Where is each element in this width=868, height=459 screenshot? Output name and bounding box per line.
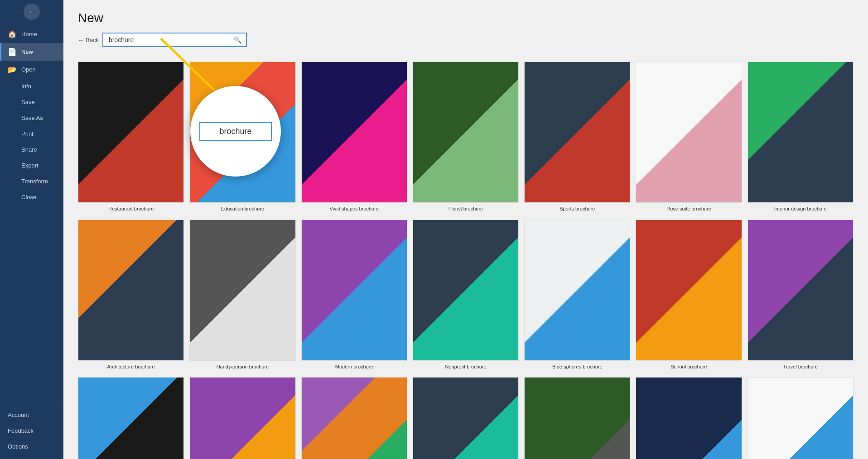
open-icon: 📂 [8,65,17,74]
template-thumb-school-brochure [636,220,742,361]
sidebar-item-label: Export [21,162,39,169]
template-item-financial-business-brochure[interactable]: Financial business brochure (... [747,377,854,459]
template-thumb-florist-brochure [413,62,519,203]
search-input[interactable] [102,33,229,47]
template-thumb-handy-person-brochure [189,220,295,361]
sidebar-item-label: Print [21,130,34,137]
sidebar-item-print[interactable]: Print [0,126,63,142]
template-label-rose-suite-brochure: Rose suite brochure [666,206,711,212]
sidebar-item-save[interactable]: Save [0,94,63,110]
template-item-restaurant-brochure[interactable]: Restaurant brochure [78,62,184,212]
template-item-tech-booklet[interactable]: Tech booklet [413,377,519,459]
template-item-florist-brochure[interactable]: Florist brochure [413,62,519,212]
new-icon: 📄 [8,48,17,56]
sidebar-item-feedback[interactable]: Feedback [0,423,63,439]
template-thumb-vivid-shapes [301,62,407,203]
templates-grid-area: Restaurant brochureEducation brochureViv… [63,54,868,459]
template-item-floral-booklet[interactable]: Floral booklet [301,377,407,459]
template-item-nonprofit-brochure[interactable]: Nonprofit brochure [413,220,519,370]
template-item-builder-brochure[interactable]: Builder brochure [78,377,184,459]
sidebar-item-options[interactable]: Options [0,439,63,454]
sidebar-item-label: Save As [21,115,43,121]
template-thumb-restaurant-brochure [78,62,184,203]
page-title: New [78,11,854,25]
template-item-handy-person-brochure[interactable]: Handy-person brochure [189,220,295,370]
template-item-school-brochure[interactable]: School brochure [636,220,742,370]
sidebar-item-new[interactable]: 📄 New [0,43,63,61]
sidebar-back-button[interactable]: ← [24,4,40,20]
template-label-sports-brochure: Sports brochure [559,206,595,212]
template-thumb-modern-brochure [301,220,407,361]
template-item-interior-design-brochure[interactable]: Interior design brochure [747,62,854,212]
template-thumb-green-floral-booklet [524,377,630,459]
template-thumb-floral-booklet [301,377,407,459]
template-item-travel-brochure[interactable]: Travel brochure [747,220,854,370]
template-label-interior-design-brochure: Interior design brochure [774,206,827,212]
template-item-education-brochure[interactable]: Education brochure [189,62,295,212]
template-label-travel-brochure: Travel brochure [783,363,818,370]
template-label-blue-spheres-brochure: Blue spheres brochure [552,363,603,370]
template-thumb-sports-brochure [524,62,630,203]
sidebar: ← 🏠 Home 📄 New 📂 Open Info Save Save As [0,0,63,459]
template-item-sports-brochure[interactable]: Sports brochure [524,62,630,212]
page-header: New ← Back 🔍 [63,0,868,54]
sidebar-item-share[interactable]: Share [0,142,63,158]
sidebar-item-close[interactable]: Close [0,189,63,205]
template-thumb-interior-design-brochure [747,62,854,203]
search-icon: 🔍 [234,36,241,43]
account-label: Account [8,411,29,418]
template-thumb-nonprofit-brochure [413,220,519,361]
template-thumb-rose-suite-brochure [636,62,742,203]
template-label-architecture-brochure: Architecture brochure [107,363,155,370]
sidebar-item-label: Open [21,66,36,73]
back-arrow-icon: ← [78,37,84,43]
sidebar-item-label: Close [21,194,36,201]
search-button[interactable]: 🔍 [229,33,247,47]
options-label: Options [8,443,28,450]
search-back-button[interactable]: ← Back [78,37,99,43]
main-content: New ← Back 🔍 Restaurant brochureEducatio… [63,0,868,459]
template-item-travel-booklet[interactable]: Travel booklet [189,377,295,459]
template-thumb-modern-logo-booklet [636,377,742,459]
template-label-handy-person-brochure: Handy-person brochure [217,363,269,370]
template-label-education-brochure: Education brochure [221,206,264,212]
sidebar-item-info[interactable]: Info [0,78,63,94]
sidebar-item-transform[interactable]: Transform [0,173,63,189]
search-input-wrap: 🔍 [102,33,247,47]
template-item-modern-brochure[interactable]: Modern brochure [301,220,407,370]
template-thumb-builder-brochure [78,377,184,459]
sidebar-item-open[interactable]: 📂 Open [0,61,63,78]
sidebar-item-label: Home [21,31,37,38]
back-label: Back [86,37,99,43]
template-item-blue-spheres-brochure[interactable]: Blue spheres brochure [524,220,630,370]
template-label-modern-brochure: Modern brochure [335,363,373,370]
template-thumb-blue-spheres-brochure [524,220,630,361]
sidebar-item-label: Transform [21,178,48,185]
template-thumb-travel-booklet [189,377,295,459]
sidebar-item-label: Share [21,146,37,153]
template-item-green-floral-booklet[interactable]: Green floral booklet [524,377,630,459]
sidebar-item-export[interactable]: Export [0,158,63,173]
template-thumb-tech-booklet [413,377,519,459]
template-item-rose-suite-brochure[interactable]: Rose suite brochure [636,62,742,212]
home-icon: 🏠 [8,30,17,38]
template-label-vivid-shapes: Vivid shapes brochure [329,206,379,212]
sidebar-item-label: Save [21,99,35,105]
sidebar-bottom: Account Feedback Options [0,402,63,459]
template-item-modern-logo-booklet[interactable]: Modern logo booklet [636,377,742,459]
template-label-restaurant-brochure: Restaurant brochure [108,206,154,212]
template-label-school-brochure: School brochure [671,363,707,370]
sidebar-item-label: Info [21,83,31,90]
template-item-vivid-shapes[interactable]: Vivid shapes brochure [301,62,407,212]
sidebar-item-label: New [21,48,33,55]
template-thumb-travel-brochure [747,220,854,361]
sidebar-item-home[interactable]: 🏠 Home [0,25,63,43]
template-label-florist-brochure: Florist brochure [448,206,483,212]
template-label-nonprofit-brochure: Nonprofit brochure [445,363,486,370]
templates-grid: Restaurant brochureEducation brochureViv… [78,62,854,459]
sidebar-item-saveas[interactable]: Save As [0,110,63,126]
sidebar-item-account[interactable]: Account [0,407,63,423]
sidebar-nav: 🏠 Home 📄 New 📂 Open Info Save Save As Pr… [0,22,63,402]
template-item-architecture-brochure[interactable]: Architecture brochure [78,220,184,370]
search-bar: ← Back 🔍 [78,33,854,47]
